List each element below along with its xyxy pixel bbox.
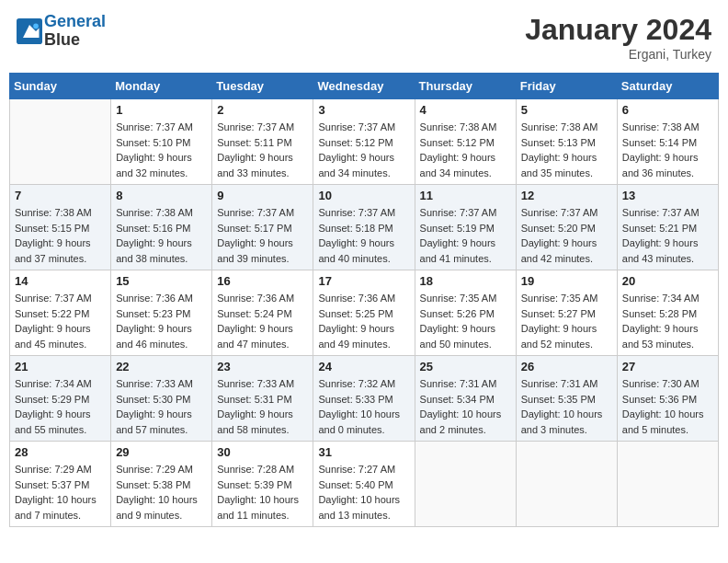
day-number: 9 — [217, 189, 308, 202]
calendar-cell: 16Sunrise: 7:36 AMSunset: 5:24 PMDayligh… — [212, 270, 313, 356]
day-number: 13 — [622, 189, 713, 202]
day-number: 31 — [318, 445, 409, 459]
day-number: 7 — [15, 189, 106, 202]
day-detail: Sunrise: 7:36 AMSunset: 5:23 PMDaylight:… — [116, 291, 207, 351]
weekday-header-row: SundayMondayTuesdayWednesdayThursdayFrid… — [10, 74, 719, 99]
day-number: 2 — [217, 103, 308, 117]
weekday-header-thursday: Thursday — [415, 74, 516, 99]
calendar-cell: 23Sunrise: 7:33 AMSunset: 5:31 PMDayligh… — [212, 356, 313, 442]
calendar-cell: 11Sunrise: 7:37 AMSunset: 5:19 PMDayligh… — [415, 185, 516, 270]
calendar-table: SundayMondayTuesdayWednesdayThursdayFrid… — [9, 73, 719, 527]
calendar-cell: 22Sunrise: 7:33 AMSunset: 5:30 PMDayligh… — [111, 356, 212, 442]
day-number: 15 — [116, 274, 207, 288]
calendar-cell: 31Sunrise: 7:27 AMSunset: 5:40 PMDayligh… — [313, 442, 415, 527]
day-number: 27 — [622, 360, 713, 373]
svg-point-2 — [33, 23, 39, 29]
day-number: 16 — [217, 274, 308, 288]
day-number: 17 — [318, 274, 409, 288]
calendar-cell: 10Sunrise: 7:37 AMSunset: 5:18 PMDayligh… — [313, 185, 415, 270]
calendar-cell: 3Sunrise: 7:37 AMSunset: 5:12 PMDaylight… — [313, 99, 415, 185]
day-number: 18 — [420, 274, 511, 288]
day-number: 28 — [15, 445, 106, 459]
day-detail: Sunrise: 7:35 AMSunset: 5:26 PMDaylight:… — [420, 291, 511, 351]
calendar-cell: 24Sunrise: 7:32 AMSunset: 5:33 PMDayligh… — [313, 356, 415, 442]
day-detail: Sunrise: 7:37 AMSunset: 5:11 PMDaylight:… — [217, 120, 308, 180]
calendar-cell: 20Sunrise: 7:34 AMSunset: 5:28 PMDayligh… — [617, 270, 718, 356]
calendar-cell — [10, 99, 111, 185]
day-detail: Sunrise: 7:35 AMSunset: 5:27 PMDaylight:… — [521, 291, 612, 351]
day-number: 14 — [15, 274, 106, 288]
calendar-cell: 13Sunrise: 7:37 AMSunset: 5:21 PMDayligh… — [617, 185, 718, 270]
weekday-header-sunday: Sunday — [10, 74, 111, 99]
day-detail: Sunrise: 7:38 AMSunset: 5:12 PMDaylight:… — [420, 120, 511, 180]
day-number: 11 — [420, 189, 511, 202]
day-detail: Sunrise: 7:30 AMSunset: 5:36 PMDaylight:… — [622, 376, 713, 437]
day-detail: Sunrise: 7:37 AMSunset: 5:22 PMDaylight:… — [15, 291, 106, 351]
calendar-cell: 6Sunrise: 7:38 AMSunset: 5:14 PMDaylight… — [617, 99, 718, 185]
day-detail: Sunrise: 7:31 AMSunset: 5:34 PMDaylight:… — [420, 376, 511, 437]
day-detail: Sunrise: 7:27 AMSunset: 5:40 PMDaylight:… — [318, 462, 409, 523]
calendar-cell: 12Sunrise: 7:37 AMSunset: 5:20 PMDayligh… — [516, 185, 617, 270]
calendar-week-5: 28Sunrise: 7:29 AMSunset: 5:37 PMDayligh… — [10, 442, 719, 527]
calendar-week-1: 1Sunrise: 7:37 AMSunset: 5:10 PMDaylight… — [10, 99, 719, 185]
day-detail: Sunrise: 7:38 AMSunset: 5:13 PMDaylight:… — [521, 120, 612, 180]
calendar-cell: 7Sunrise: 7:38 AMSunset: 5:15 PMDaylight… — [10, 185, 111, 270]
day-detail: Sunrise: 7:33 AMSunset: 5:31 PMDaylight:… — [217, 376, 308, 437]
day-number: 23 — [217, 360, 308, 373]
day-detail: Sunrise: 7:37 AMSunset: 5:20 PMDaylight:… — [521, 205, 612, 266]
day-number: 22 — [116, 360, 207, 373]
day-number: 8 — [116, 189, 207, 202]
day-detail: Sunrise: 7:31 AMSunset: 5:35 PMDaylight:… — [521, 376, 612, 437]
calendar-cell: 9Sunrise: 7:37 AMSunset: 5:17 PMDaylight… — [212, 185, 313, 270]
logo-icon — [17, 18, 42, 44]
month-title: January 2024 — [525, 13, 711, 47]
day-number: 30 — [217, 445, 308, 459]
day-detail: Sunrise: 7:33 AMSunset: 5:30 PMDaylight:… — [116, 376, 207, 437]
day-detail: Sunrise: 7:32 AMSunset: 5:33 PMDaylight:… — [318, 376, 409, 437]
calendar-cell: 8Sunrise: 7:38 AMSunset: 5:16 PMDaylight… — [111, 185, 212, 270]
day-detail: Sunrise: 7:37 AMSunset: 5:17 PMDaylight:… — [217, 205, 308, 266]
weekday-header-friday: Friday — [516, 74, 617, 99]
calendar-cell: 15Sunrise: 7:36 AMSunset: 5:23 PMDayligh… — [111, 270, 212, 356]
day-detail: Sunrise: 7:28 AMSunset: 5:39 PMDaylight:… — [217, 462, 308, 523]
day-number: 6 — [622, 103, 713, 117]
calendar-cell: 4Sunrise: 7:38 AMSunset: 5:12 PMDaylight… — [415, 99, 516, 185]
calendar-cell: 29Sunrise: 7:29 AMSunset: 5:38 PMDayligh… — [111, 442, 212, 527]
logo: General Blue — [17, 13, 106, 50]
day-number: 26 — [521, 360, 612, 373]
day-number: 1 — [116, 103, 207, 117]
day-detail: Sunrise: 7:37 AMSunset: 5:10 PMDaylight:… — [116, 120, 207, 180]
day-number: 29 — [116, 445, 207, 459]
day-number: 10 — [318, 189, 409, 202]
calendar-cell: 21Sunrise: 7:34 AMSunset: 5:29 PMDayligh… — [10, 356, 111, 442]
day-number: 3 — [318, 103, 409, 117]
page-header: General Blue January 2024 Ergani, Turkey — [9, 9, 719, 65]
calendar-cell: 26Sunrise: 7:31 AMSunset: 5:35 PMDayligh… — [516, 356, 617, 442]
day-number: 19 — [521, 274, 612, 288]
day-number: 25 — [420, 360, 511, 373]
day-number: 4 — [420, 103, 511, 117]
day-detail: Sunrise: 7:29 AMSunset: 5:37 PMDaylight:… — [15, 462, 106, 523]
calendar-cell — [617, 442, 718, 527]
calendar-cell: 30Sunrise: 7:28 AMSunset: 5:39 PMDayligh… — [212, 442, 313, 527]
day-detail: Sunrise: 7:29 AMSunset: 5:38 PMDaylight:… — [116, 462, 207, 523]
calendar-week-4: 21Sunrise: 7:34 AMSunset: 5:29 PMDayligh… — [10, 356, 719, 442]
calendar-cell — [415, 442, 516, 527]
day-detail: Sunrise: 7:37 AMSunset: 5:19 PMDaylight:… — [420, 205, 511, 266]
calendar-cell: 19Sunrise: 7:35 AMSunset: 5:27 PMDayligh… — [516, 270, 617, 356]
calendar-cell: 18Sunrise: 7:35 AMSunset: 5:26 PMDayligh… — [415, 270, 516, 356]
calendar-cell: 25Sunrise: 7:31 AMSunset: 5:34 PMDayligh… — [415, 356, 516, 442]
day-detail: Sunrise: 7:36 AMSunset: 5:24 PMDaylight:… — [217, 291, 308, 351]
calendar-cell: 2Sunrise: 7:37 AMSunset: 5:11 PMDaylight… — [212, 99, 313, 185]
day-number: 5 — [521, 103, 612, 117]
weekday-header-monday: Monday — [111, 74, 212, 99]
calendar-cell: 28Sunrise: 7:29 AMSunset: 5:37 PMDayligh… — [10, 442, 111, 527]
day-number: 24 — [318, 360, 409, 373]
calendar-cell: 27Sunrise: 7:30 AMSunset: 5:36 PMDayligh… — [617, 356, 718, 442]
day-detail: Sunrise: 7:37 AMSunset: 5:12 PMDaylight:… — [318, 120, 409, 180]
day-detail: Sunrise: 7:38 AMSunset: 5:15 PMDaylight:… — [15, 205, 106, 266]
weekday-header-tuesday: Tuesday — [212, 74, 313, 99]
day-detail: Sunrise: 7:34 AMSunset: 5:29 PMDaylight:… — [15, 376, 106, 437]
title-block: January 2024 Ergani, Turkey — [525, 13, 711, 62]
weekday-header-saturday: Saturday — [617, 74, 718, 99]
